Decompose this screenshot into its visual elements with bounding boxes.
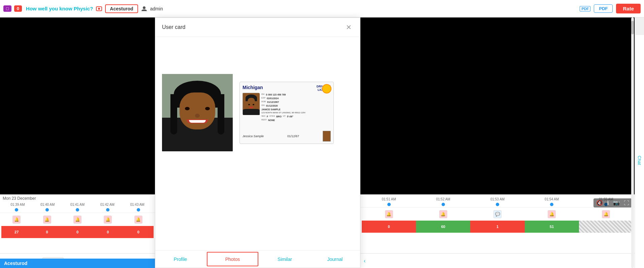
quiz-title: How well you know Physic? — [26, 6, 93, 11]
modal-footer: Profile Photos Similar Journal — [155, 250, 360, 268]
time-0: 01:39 AM — [3, 203, 33, 206]
timeline-date: Mon 23 December — [0, 195, 155, 202]
fullscreen-btn[interactable]: ⛶ — [624, 200, 629, 206]
pdf-btn[interactable]: PDF — [594, 4, 613, 13]
michigan-id-item: Michigan DRIVER'SLICENSE — [239, 82, 334, 144]
tl-num-4: 0 — [123, 226, 154, 238]
tl-num-1: 0 — [32, 226, 62, 238]
michigan-id-card: Michigan DRIVER'SLICENSE — [239, 82, 334, 144]
right-video-controls: 🔇 ℹ 📷 ⛶ — [593, 198, 632, 207]
tl-icon-1: 🔔 — [32, 216, 62, 224]
rate-btn[interactable]: Rate — [616, 4, 641, 13]
right-time-2: 01:53 AM — [470, 197, 524, 201]
right-num-4 — [579, 221, 633, 233]
right-video — [360, 17, 635, 194]
tab-photos[interactable]: Photos — [207, 252, 258, 266]
mi-card-header: Michigan DRIVER'SLICENSE — [243, 85, 331, 91]
timeline-icon-row: 🔔 🔔 🔔 🔔 🔔 — [0, 213, 155, 226]
user-tag-btn[interactable]: Acesturod — [105, 4, 138, 13]
photos-grid: Michigan DRIVER'SLICENSE — [162, 74, 353, 151]
tl-num-2: 0 — [62, 226, 93, 238]
camera-btn[interactable]: 📷 — [613, 200, 620, 206]
right-num-3: 51 — [525, 221, 579, 233]
mi-body: ID# S 000 123 456 789 EXP 02/01/2024 DOB… — [243, 93, 331, 122]
time-4: 01:43 AM — [122, 203, 152, 206]
mi-seal — [322, 84, 331, 93]
right-time-3: 01:54 AM — [525, 197, 579, 201]
right-scrollbar[interactable] — [631, 17, 634, 268]
timeline-markers — [0, 207, 155, 213]
mi-address: 123 NORTH MAIN ST LANSING, MI 49912-1254 — [261, 111, 331, 115]
mi-extra-photo — [323, 131, 331, 142]
face-photo-item — [162, 74, 233, 151]
modal-body: Michigan DRIVER'SLICENSE — [155, 37, 360, 250]
timeline-times: 01:39 AM 01:40 AM 01:41 AM 01:42 AM 01:4… — [0, 202, 155, 207]
right-num-1: 60 — [416, 221, 470, 233]
tl-icon-2: 🔔 — [62, 216, 93, 224]
tl-icon-0: 🔔 — [1, 216, 32, 224]
quiz-icon-btn[interactable] — [96, 5, 102, 12]
user-card-modal: User card ✕ — [155, 17, 360, 268]
mi-photo — [243, 93, 259, 115]
left-panel: Acesturod Mon 23 December 01:39 AM 01:40… — [0, 17, 155, 268]
user-icon-btn[interactable] — [141, 5, 148, 12]
time-1: 01:40 AM — [33, 203, 63, 206]
right-time-0: 01:51 AM — [362, 197, 416, 201]
svg-point-2 — [143, 6, 146, 9]
right-tl-icon-1: 🔔 — [416, 210, 470, 218]
right-panel: 🔇 ℹ 📷 ⛶ 01:51 AM 01:52 AM 01:53 AM 01:54… — [360, 17, 635, 268]
mi-dob-bottom: 01/12/67 — [287, 135, 299, 138]
tab-similar[interactable]: Similar — [260, 251, 310, 268]
header: □ 0 How well you know Physic? Acesturod … — [0, 0, 644, 17]
admin-label: admin — [150, 6, 163, 11]
tab-journal[interactable]: Journal — [310, 251, 360, 268]
info-btn[interactable]: ℹ — [607, 200, 609, 206]
right-play-bar: ‹ — [360, 253, 635, 268]
modal-header: User card ✕ — [155, 18, 360, 37]
modal-title: User card — [162, 24, 185, 30]
volume-btn[interactable]: 🔇 — [596, 200, 603, 206]
right-tl-icon-0: 🔔 — [362, 210, 416, 218]
badge-red: 0 — [14, 5, 22, 12]
chat-label[interactable]: Chat — [637, 156, 642, 165]
left-video-label: Acesturod — [0, 259, 155, 268]
tab-profile[interactable]: Profile — [155, 251, 205, 268]
right-time-1: 01:52 AM — [416, 197, 470, 201]
right-num-0: 0 — [362, 221, 416, 233]
right-tl-icon-4: 🔔 — [579, 210, 633, 218]
timeline-numbers: 27 0 0 0 0 — [0, 226, 155, 238]
modal-close-btn[interactable]: ✕ — [344, 23, 353, 32]
header-right: PDF PDF Rate — [580, 4, 641, 13]
svg-point-1 — [98, 8, 100, 10]
time-3: 01:42 AM — [92, 203, 122, 206]
time-2: 01:41 AM — [63, 203, 93, 206]
left-timeline: Mon 23 December 01:39 AM 01:40 AM 01:41 … — [0, 194, 155, 253]
tl-num-0: 27 — [1, 226, 32, 238]
main-area: Acesturod Mon 23 December 01:39 AM 01:40… — [0, 17, 644, 268]
tl-icon-4: 🔔 — [123, 216, 154, 224]
badge-purple: □ — [3, 5, 11, 12]
mi-bottom: Jessica Sample 01/12/67 — [243, 131, 331, 142]
collapse-timeline-btn[interactable]: ‹ — [364, 258, 365, 264]
mi-info: ID# S 000 123 456 789 EXP 02/01/2024 DOB… — [261, 93, 331, 122]
right-tl-icon-3: 🔔 — [525, 210, 579, 218]
left-video — [0, 17, 155, 194]
chat-sidebar: Chat — [635, 35, 644, 268]
mi-signature: Jessica Sample — [243, 135, 264, 138]
tl-icon-3: 🔔 — [93, 216, 123, 224]
right-num-2: 1 — [470, 221, 524, 233]
mi-state: Michigan — [243, 85, 263, 90]
right-numbers: 0 60 1 51 — [360, 221, 635, 233]
right-tl-icon-2: 💬 — [470, 210, 524, 218]
right-icon-row: 🔔 🔔 💬 🔔 🔔 — [360, 207, 635, 221]
pdf-icon: PDF — [580, 6, 590, 11]
tl-num-3: 0 — [93, 226, 123, 238]
